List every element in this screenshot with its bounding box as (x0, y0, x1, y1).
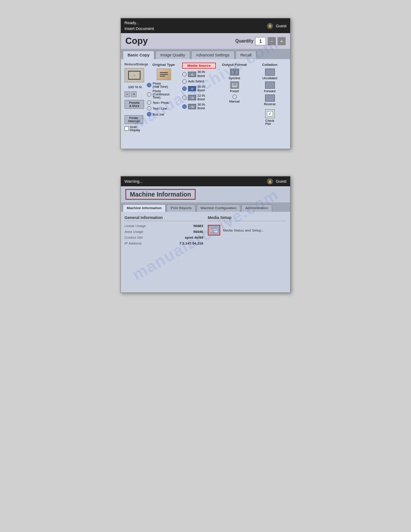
tray-icon-1: ▤ (188, 72, 196, 77)
media-source-section: Media Source ▤ 36 INBond Auto Select ▤ 3… (182, 63, 216, 132)
output-format-label: Output Format (218, 63, 251, 67)
ip-address-row: IP Address 7.3.147.54.216 (124, 241, 203, 245)
ip-address-label: IP Address (124, 241, 142, 245)
syncline-label: Syncline (228, 77, 240, 80)
original-type-label: Original Type (147, 63, 180, 67)
preview-inner: ▭ (128, 71, 141, 80)
output-syncline[interactable]: Syncline (218, 69, 251, 80)
presets-more-button[interactable]: Presets& More (124, 100, 144, 109)
user-label-2: Guest (276, 179, 287, 184)
media-source-label: Media Source (182, 63, 216, 69)
output-format-section: Output Format Syncline (218, 63, 251, 132)
orig-text-line[interactable]: Text / Line (147, 106, 180, 111)
orig-bus-me[interactable]: Bus. me (147, 112, 180, 116)
copy-content: Reduce/Enlarge ▭ 100 % N − + Presets& Mo… (121, 59, 290, 149)
lock-icon-1: 🔒 (267, 23, 273, 29)
media-status-setup-button[interactable]: Media Status and Setup... (208, 225, 287, 236)
radio-text-line[interactable] (147, 106, 151, 111)
area-usage-label: Area Usage (124, 230, 143, 234)
uncollated-icon (265, 69, 275, 76)
linear-usage-label: Linear Usage (124, 224, 146, 228)
tab-machine-configuration[interactable]: Machine Configuration (197, 204, 240, 212)
machine-info-title-bar: Machine Information (121, 186, 290, 202)
orig-photo-halftone[interactable]: Photo(Half Tone) (147, 82, 180, 88)
machine-info-title: Machine Information (125, 189, 196, 200)
collation-label: Collation (253, 63, 287, 67)
media-auto-select[interactable]: Auto Select (182, 79, 216, 84)
svg-rect-1 (235, 70, 238, 74)
scan-display-label: ScanDisplay (130, 125, 140, 132)
orig-text-photo[interactable]: Text / Photo (147, 100, 180, 105)
check-plot-label: CheckPlot (265, 119, 274, 125)
general-info-panel: General Information Linear Usage 56883 A… (124, 215, 203, 247)
svg-rect-6 (211, 227, 217, 229)
radio-bus-me[interactable] (147, 112, 151, 116)
quantity-plus-button[interactable]: + (278, 37, 286, 45)
media-setup-text: Media Status and Setup... (223, 228, 264, 232)
screen2-machine-info: manualarchive.com Warning... 🔒 Guest Mac… (120, 176, 291, 293)
collation-section: Collation Uncollated Forward Reverse (253, 63, 287, 132)
copy-tabs: Basic Copy Image Quality Advanced Settin… (121, 49, 290, 59)
area-usage-row: Area Usage 56646 (124, 230, 203, 234)
tab-advanced-settings[interactable]: Advanced Settings (191, 51, 235, 59)
tab-recall[interactable]: Recall (235, 51, 257, 59)
orig-photo-continuous[interactable]: Photo(ContinuousTone) (147, 90, 180, 99)
radio-manual[interactable] (232, 94, 237, 99)
tab-administration[interactable]: Administration (241, 204, 272, 212)
reverse-icon (265, 94, 275, 102)
enlarge-button[interactable]: + (131, 91, 137, 97)
quantity-label: Quantity (235, 39, 253, 43)
preset-icon (230, 82, 239, 89)
media-setup-icon (208, 225, 220, 236)
collation-reverse[interactable]: Reverse (253, 94, 287, 106)
check-plot-icon: ✓ (265, 109, 275, 118)
reduce-enlarge-percent: 100 % N (124, 85, 145, 89)
control-sw-value: xpmt 4e/99 (185, 236, 203, 240)
uncollated-label: Uncollated (262, 77, 277, 80)
output-manual[interactable]: Manual (218, 94, 251, 103)
forward-icon (265, 82, 275, 89)
screen1-copy: manualarchive.com Ready... Insert Docume… (120, 18, 291, 149)
machine-info-content: General Information Linear Usage 56883 A… (121, 212, 290, 292)
media-setup-title: Media Setup (208, 215, 287, 221)
copy-title: Copy (125, 36, 148, 46)
tab-machine-information[interactable]: Machine Information (123, 204, 166, 212)
checkmark-symbol: ✓ (268, 112, 272, 116)
printer-interrupt-button[interactable]: PrinterInterrupt (124, 115, 143, 124)
reduce-enlarge-section-label: Reduce/Enlarge (124, 63, 145, 66)
top-bar-2: Warning... 🔒 Guest (121, 176, 290, 186)
svg-rect-8 (211, 232, 214, 232)
radio-photo-halftone[interactable] (147, 83, 151, 87)
quantity-minus-button[interactable]: − (268, 37, 276, 45)
radio-tray4[interactable] (182, 104, 187, 109)
tab-basic-copy[interactable]: Basic Copy (123, 51, 154, 59)
original-type-section: Original Type Photo(Half Tone) Photo(Con… (147, 63, 180, 132)
control-sw-row: Control SW xpmt 4e/99 (124, 236, 203, 240)
radio-auto-select[interactable] (182, 79, 187, 84)
output-preset[interactable]: Preset (218, 82, 251, 93)
linear-usage-value: 56883 (193, 224, 203, 228)
reverse-label: Reverse (264, 103, 275, 106)
radio-photo-continuous[interactable] (147, 92, 151, 97)
collation-forward[interactable]: Forward (253, 82, 287, 93)
linear-usage-row: Linear Usage 56883 (124, 224, 203, 228)
radio-text-photo[interactable] (147, 100, 151, 105)
tab-print-reports[interactable]: Print Reports (167, 204, 196, 212)
copy-title-bar: Copy Quantity 1 − + (121, 33, 290, 49)
quantity-value[interactable]: 1 (255, 37, 266, 45)
check-plot-area: ✓ CheckPlot (253, 109, 287, 125)
media-tray-2[interactable]: ▤ 36 INBond (182, 85, 216, 93)
media-tray-3[interactable]: ↕▤ 22 INBond (182, 94, 216, 102)
media-tray-4[interactable]: ↕▤ 36 INBond (182, 103, 216, 111)
reduce-button[interactable]: − (124, 91, 130, 97)
tab-image-quality[interactable]: Image Quality (155, 51, 190, 59)
scan-display-area: ScanDisplay (124, 125, 145, 132)
warning-status: Warning... (124, 179, 143, 184)
radio-tray2[interactable] (182, 86, 187, 91)
media-tray-1[interactable]: ▤ 36 INBond (182, 70, 216, 78)
radio-tray3[interactable] (182, 95, 187, 100)
collation-uncollated[interactable]: Uncollated (253, 69, 287, 80)
copy-left-sidebar: Reduce/Enlarge ▭ 100 % N − + Presets& Mo… (124, 63, 145, 132)
scan-display-checkbox[interactable] (124, 126, 129, 131)
radio-tray1[interactable] (182, 72, 187, 77)
